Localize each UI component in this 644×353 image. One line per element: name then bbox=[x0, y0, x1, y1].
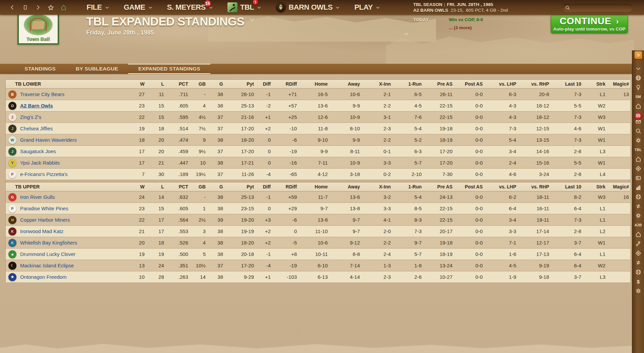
team-name-link[interactable]: Drummond Lucky Clover bbox=[20, 251, 75, 257]
sidebar-transactions-button[interactable] bbox=[635, 203, 642, 210]
sidebar-scoreboard-button[interactable] bbox=[635, 175, 642, 181]
team-row-iron-river-gulls[interactable]: GIron River Gulls2414.632-3825-13-1+5911… bbox=[6, 191, 630, 203]
team-name-link[interactable]: Saugatuck Joes bbox=[20, 148, 56, 154]
forward-icon[interactable] bbox=[34, 4, 42, 11]
team-row-ontonagon-freedom[interactable]: ★Ontonagon Freedom1028.26314389-29+1-103… bbox=[6, 271, 630, 283]
sidebar-globe-button[interactable] bbox=[635, 75, 642, 81]
sidebar-baseball-button[interactable] bbox=[635, 269, 642, 275]
column-header-pyt[interactable]: Pyt bbox=[228, 80, 259, 89]
column-header-gb[interactable]: GB bbox=[193, 182, 210, 191]
team-row-a2-barn-owls[interactable]: OA2 Barn Owls2315.60543825-13-2+5713-69-… bbox=[6, 100, 630, 112]
search-box[interactable] bbox=[562, 4, 633, 11]
sidebar-ballpark-pin-button[interactable] bbox=[635, 165, 642, 172]
column-header-vs-lhp[interactable]: vs. LHP bbox=[487, 80, 521, 89]
team-row-whitefish-bay-kingfishers[interactable]: KWhitefish Bay Kingfishers2018.52643818-… bbox=[6, 237, 630, 249]
column-header-g[interactable]: G bbox=[210, 80, 228, 89]
team-row-saugatuck-joes[interactable]: JSaugatuck Joes1720.4599½3717-200-199-98… bbox=[6, 146, 630, 157]
column-header-diff[interactable]: Diff bbox=[259, 182, 275, 191]
team-row-drummond-lucky-clover[interactable]: ♣Drummond Lucky Clover1919.50053820-18-1… bbox=[6, 249, 630, 260]
column-header-post-as[interactable]: Post AS bbox=[457, 182, 487, 191]
menu-play[interactable]: PLAY bbox=[354, 3, 380, 12]
more-results-link[interactable]: ... (3 more) bbox=[449, 25, 472, 30]
sidebar-stats-button[interactable] bbox=[635, 184, 642, 191]
sidebar-home-button[interactable] bbox=[635, 156, 642, 163]
tab-expanded-standings[interactable]: EXPANDED STANDINGS bbox=[128, 64, 210, 74]
column-header-pct[interactable]: PCT bbox=[169, 80, 193, 89]
team-name-link[interactable]: A2 Barn Owls bbox=[20, 103, 53, 108]
team-name-link[interactable]: Whitefish Bay Kingfishers bbox=[20, 240, 77, 246]
sidebar-transactions-button[interactable] bbox=[635, 259, 642, 266]
tab-standings[interactable]: STANDINGS bbox=[14, 64, 66, 74]
sidebar-home-button[interactable] bbox=[635, 103, 642, 109]
column-header-away[interactable]: Away bbox=[332, 182, 365, 191]
column-header-l[interactable]: L bbox=[149, 182, 169, 191]
sidebar-gear-button[interactable] bbox=[635, 288, 642, 294]
menu-s-meyers[interactable]: S. MEYERS15 bbox=[167, 3, 213, 12]
team-row-ironwood-mad-katz[interactable]: KIronwood Mad Katz2117.55333819-19+2011-… bbox=[6, 226, 630, 237]
team-name-link[interactable]: Traverse City Bears bbox=[20, 91, 64, 97]
sidebar-chevron-down-button[interactable] bbox=[635, 65, 642, 72]
back-icon[interactable] bbox=[9, 4, 16, 11]
column-header-strk[interactable]: Strk bbox=[586, 182, 610, 191]
window-icon[interactable] bbox=[21, 4, 29, 11]
column-header-x-inn[interactable]: X-Inn bbox=[365, 182, 395, 191]
sidebar-expand-button[interactable] bbox=[634, 51, 642, 59]
team-name-link[interactable]: Mackinac Island Eclipse bbox=[20, 263, 74, 268]
team-row-e-fricano-s-pizzetta-s[interactable]: Pe-Fricano's Pizzetta's730.18919½3711-26… bbox=[6, 169, 630, 180]
sidebar-gear-button[interactable] bbox=[635, 212, 642, 219]
column-header-gb[interactable]: GB bbox=[193, 80, 210, 89]
column-header-1-run[interactable]: 1-Run bbox=[395, 80, 426, 89]
column-header-home[interactable]: Home bbox=[302, 80, 332, 89]
day-next-icon[interactable] bbox=[404, 32, 409, 36]
column-header-vs-rhp[interactable]: vs. RHP bbox=[521, 80, 554, 89]
column-header-pre-as[interactable]: Pre AS bbox=[426, 80, 457, 89]
sidebar-section-tbl[interactable]: TBL bbox=[635, 146, 642, 153]
column-header-rdiff[interactable]: RDiff bbox=[275, 80, 302, 89]
continue-button[interactable]: CONTINUE› Auto-play until tomorrow, vs C… bbox=[551, 15, 628, 33]
team-name-link[interactable]: e-Fricano's Pizzetta's bbox=[20, 171, 68, 177]
team-name-link[interactable]: Chelsea Jiffies bbox=[20, 126, 53, 131]
column-header-pre-as[interactable]: Pre AS bbox=[426, 182, 457, 191]
team-name-link[interactable]: Paradise White Pines bbox=[20, 206, 68, 211]
team-row-ypsi-jack-rabbits[interactable]: YYpsi Jack Rabbits1721.447103817-210-167… bbox=[6, 157, 630, 169]
column-header-last-10[interactable]: Last 10 bbox=[554, 80, 586, 89]
home-icon[interactable] bbox=[60, 4, 67, 11]
sidebar-gear-button[interactable] bbox=[635, 137, 642, 144]
sidebar-search-button[interactable] bbox=[635, 128, 642, 134]
tab-by-subleague[interactable]: BY SUBLEAGUE bbox=[66, 64, 128, 74]
column-header-w[interactable]: W bbox=[130, 80, 149, 89]
sidebar-baseball-button[interactable] bbox=[635, 193, 642, 200]
team-name-link[interactable]: Iron River Gulls bbox=[20, 194, 55, 200]
column-header-vs-rhp[interactable]: vs. RHP bbox=[521, 182, 554, 191]
sidebar-lightbulb-button[interactable] bbox=[635, 84, 642, 91]
column-header-pct[interactable]: PCT bbox=[169, 182, 193, 191]
sidebar-finances-button[interactable]: $ bbox=[635, 278, 642, 285]
team-name-link[interactable]: Grand Haven Waveriders bbox=[20, 137, 77, 143]
sidebar-ballpark-pin-button[interactable] bbox=[635, 250, 642, 257]
column-header-l[interactable]: L bbox=[149, 80, 169, 89]
column-header-pyt[interactable]: Pyt bbox=[228, 182, 259, 191]
favorite-star-icon[interactable] bbox=[47, 4, 54, 11]
column-header-magic[interactable]: Magic# bbox=[610, 182, 630, 191]
sidebar-coach-button[interactable] bbox=[635, 240, 642, 247]
team-name-link[interactable]: Zing's Z's bbox=[20, 114, 41, 120]
team-name-link[interactable]: Ironwood Mad Katz bbox=[20, 228, 63, 234]
team-row-zing-s-z-s[interactable]: ZZing's Z's2215.5954½3721-16+1+2512-610-… bbox=[6, 112, 630, 123]
column-header-vs-lhp[interactable]: vs. LHP bbox=[487, 182, 521, 191]
column-header-x-inn[interactable]: X-Inn bbox=[365, 80, 395, 89]
column-header-diff[interactable]: Diff bbox=[259, 80, 275, 89]
search-input[interactable] bbox=[570, 5, 627, 10]
sidebar-home-button[interactable] bbox=[635, 231, 642, 238]
team-name-link[interactable]: Ypsi Jack Rabbits bbox=[20, 160, 60, 166]
column-header-last-10[interactable]: Last 10 bbox=[554, 182, 586, 191]
menu-barn-owls[interactable]: BARN OWLS bbox=[276, 2, 340, 12]
column-header-w[interactable]: W bbox=[130, 182, 149, 191]
column-header-post-as[interactable]: Post AS bbox=[457, 80, 487, 89]
team-row-copper-harbor-miners[interactable]: MCopper Harbor Miners2217.5642½3919-20+3… bbox=[6, 214, 630, 226]
menu-file[interactable]: FILE bbox=[87, 3, 110, 12]
team-row-chelsea-jiffies[interactable]: JChelsea Jiffies1918.5147½3717-20+2-1011… bbox=[6, 123, 630, 134]
column-header-strk[interactable]: Strk bbox=[586, 80, 610, 89]
title-chevron-icon[interactable] bbox=[249, 17, 256, 22]
column-header-away[interactable]: Away bbox=[332, 80, 365, 89]
column-header-1-run[interactable]: 1-Run bbox=[395, 182, 426, 191]
